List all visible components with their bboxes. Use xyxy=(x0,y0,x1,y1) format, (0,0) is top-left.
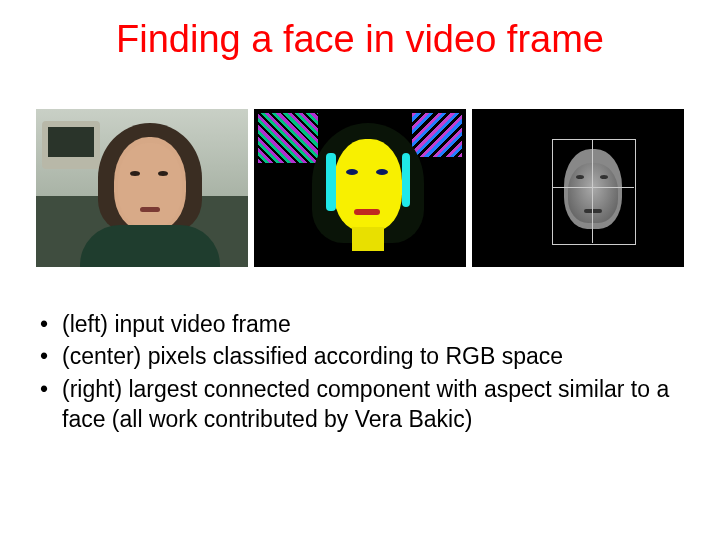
slide-title: Finding a face in video frame xyxy=(0,0,720,71)
image-left xyxy=(36,109,248,267)
image-right xyxy=(472,109,684,267)
bullet-item: (center) pixels classified according to … xyxy=(36,341,684,371)
images-row xyxy=(0,109,720,267)
image-center xyxy=(254,109,466,267)
bullet-item: (right) largest connected component with… xyxy=(36,374,684,435)
slide: Finding a face in video frame (left) inp… xyxy=(0,0,720,540)
bullet-item: (left) input video frame xyxy=(36,309,684,339)
bullet-list: (left) input video frame (center) pixels… xyxy=(0,309,720,434)
